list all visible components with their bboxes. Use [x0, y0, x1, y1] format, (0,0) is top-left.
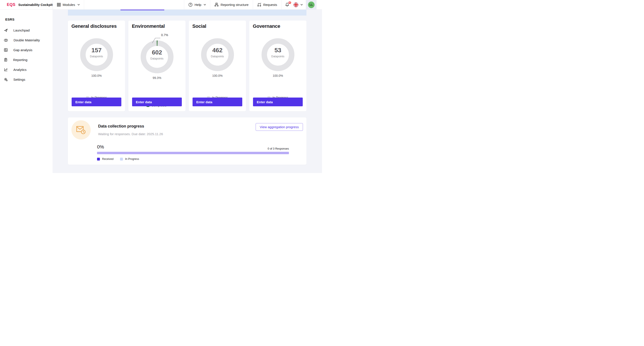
- reporting-structure-link[interactable]: Reporting structure: [210, 0, 253, 10]
- legend-label: Received: [102, 158, 114, 161]
- eqs-logo: EQS: [7, 2, 16, 7]
- datapoints-count: 53: [262, 47, 294, 54]
- card-title: Social: [192, 23, 242, 29]
- modules-grid-icon: [57, 3, 61, 6]
- help-icon: [188, 3, 192, 7]
- avatar: LL: [308, 1, 314, 8]
- requests-label: Requests: [263, 3, 277, 6]
- collection-percent: 0%: [97, 144, 104, 150]
- datapoints-count: 462: [201, 47, 234, 54]
- datapoints-count: 157: [80, 47, 113, 54]
- sidebar-item-gap-analysis[interactable]: Gap analysis: [0, 45, 52, 55]
- chevron-down-icon: [78, 4, 80, 5]
- enter-data-button[interactable]: Enter data: [192, 98, 242, 106]
- card-governance: Governance 53 Datapoints 100.0% In Progr…: [249, 20, 306, 111]
- enter-data-button[interactable]: Enter data: [72, 98, 121, 106]
- card-environmental: Environmental 0.7% 602 Datapoints 99.3%: [128, 20, 186, 111]
- donut-chart-svg: [80, 38, 113, 71]
- brand: EQS Sustainability Cockpit: [0, 0, 52, 10]
- datapoints-donut-chart: 0.7% 602 Datapoints 99.3%: [128, 40, 186, 97]
- in-progress-pct-label: 99.3%: [128, 76, 186, 80]
- legend-received: Received: [97, 158, 114, 161]
- sidebar-item-launchpad[interactable]: Launchpad: [0, 25, 52, 35]
- datapoints-count: 602: [141, 49, 174, 56]
- card-general-disclosures: General disclosures 157 Datapoints 100.0…: [68, 20, 125, 111]
- sidebar-item-label: Double Materiality: [14, 38, 40, 42]
- legend-label: In Progress: [125, 158, 139, 161]
- card-social: Social 462 Datapoints 100.0% In Progress…: [189, 20, 246, 111]
- sidebar-item-double-materiality[interactable]: Double Materiality: [0, 35, 52, 45]
- datapoints-label: Datapoints: [262, 55, 294, 58]
- main-content: General disclosures 157 Datapoints 100.0…: [52, 10, 322, 173]
- notifications-button[interactable]: 4: [282, 0, 292, 10]
- card-title: Environmental: [132, 23, 182, 29]
- donut-chart-svg: [201, 38, 234, 71]
- sidebar-item-analytics[interactable]: Analytics: [0, 65, 52, 75]
- collection-title: Data collection progress: [98, 124, 144, 129]
- sidebar-item-settings[interactable]: Settings: [0, 75, 52, 84]
- chevron-down-icon: [300, 4, 303, 5]
- in-progress-swatch: [120, 158, 123, 161]
- sidebar-section-title: ESRS: [0, 17, 52, 21]
- notification-badge: 4: [288, 1, 292, 4]
- collection-subtitle: Waiting for responses. Due date: 2025.11…: [98, 132, 163, 136]
- datapoints-label: Datapoints: [201, 55, 234, 58]
- datapoints-label: Datapoints: [141, 57, 174, 60]
- category-cards-row: General disclosures 157 Datapoints 100.0…: [68, 20, 306, 111]
- request-flow-icon: [257, 3, 261, 7]
- data-collection-card: Data collection progress Waiting for res…: [68, 117, 306, 165]
- enter-data-button[interactable]: Enter data: [132, 98, 182, 106]
- line-chart-icon: [4, 68, 8, 71]
- sidebar-item-label: Analytics: [13, 68, 26, 71]
- top-bar: EQS Sustainability Cockpit Modules Help: [0, 0, 322, 10]
- card-title: Governance: [253, 23, 303, 29]
- grid-dots-icon: [4, 48, 8, 52]
- gear-icon: [4, 78, 8, 81]
- in-progress-pct-label: 100.0%: [68, 74, 125, 77]
- in-progress-pct-label: 100.0%: [249, 74, 306, 77]
- active-tab-underline: [120, 10, 164, 10]
- app-title: Sustainability Cockpit: [18, 3, 53, 6]
- chevron-down-icon: [204, 4, 206, 5]
- donut-chart-svg: [262, 38, 294, 71]
- callout-leader-line: [152, 37, 161, 43]
- sitemap-icon: [214, 3, 218, 7]
- view-aggregation-progress-button[interactable]: View aggregation progress: [256, 123, 303, 131]
- clipboard-icon: [4, 58, 8, 62]
- uk-flag-icon: [293, 2, 298, 7]
- responses-count: 0 of 3 Responses: [268, 147, 289, 150]
- card-title: General disclosures: [72, 23, 122, 29]
- help-menu[interactable]: Help: [184, 0, 210, 10]
- enter-data-button[interactable]: Enter data: [253, 98, 303, 106]
- modules-label: Modules: [63, 3, 75, 6]
- sidebar: ESRS Launchpad Double Materiality: [0, 10, 52, 173]
- datapoints-donut-chart: 53 Datapoints 100.0%: [249, 38, 306, 95]
- donut-chart-svg: [141, 40, 174, 73]
- requests-link[interactable]: Requests: [253, 0, 281, 10]
- responses-progress-bar: [97, 152, 289, 154]
- completed-callout-label: 0.7%: [161, 33, 168, 37]
- datapoints-donut-chart: 462 Datapoints 100.0%: [189, 38, 246, 95]
- info-banner: [68, 10, 306, 15]
- help-label: Help: [194, 3, 201, 6]
- sidebar-item-reporting[interactable]: Reporting: [0, 55, 52, 65]
- datapoints-label: Datapoints: [80, 55, 113, 58]
- sidebar-nav: Launchpad Double Materiality Gap analy: [0, 25, 52, 84]
- legend-in-progress: In Progress: [120, 158, 139, 161]
- overlapping-circles-icon: [4, 39, 8, 42]
- language-selector[interactable]: [292, 0, 306, 10]
- user-menu[interactable]: LL: [306, 0, 316, 10]
- progress-legend: Received In Progress: [97, 158, 139, 161]
- sidebar-item-label: Settings: [13, 78, 25, 81]
- mail-clock-icon: [72, 120, 91, 140]
- received-swatch: [97, 158, 100, 161]
- sidebar-item-label: Reporting: [13, 58, 28, 62]
- sidebar-item-label: Gap analysis: [13, 48, 32, 52]
- modules-menu[interactable]: Modules: [53, 0, 84, 10]
- in-progress-pct-label: 100.0%: [189, 74, 246, 77]
- datapoints-donut-chart: 157 Datapoints 100.0%: [68, 38, 125, 95]
- reporting-structure-label: Reporting structure: [220, 3, 248, 6]
- sidebar-item-label: Launchpad: [13, 28, 30, 32]
- paper-plane-icon: [4, 28, 8, 32]
